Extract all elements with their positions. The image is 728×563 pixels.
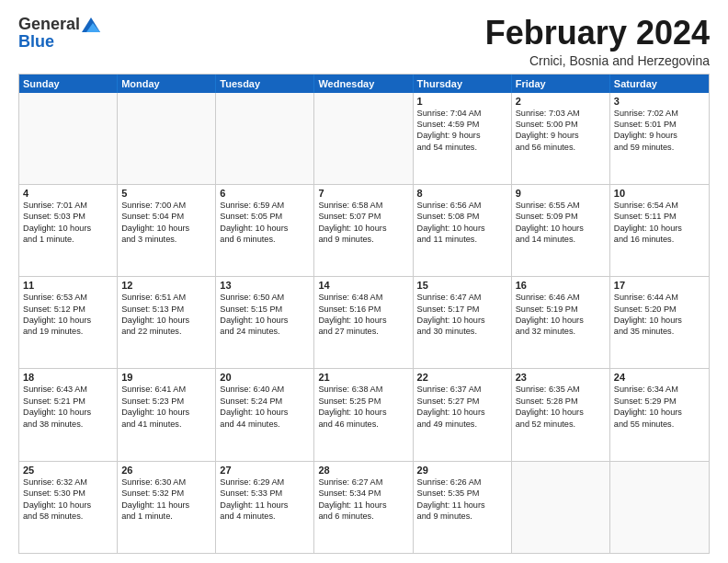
calendar-cell: 2Sunrise: 7:03 AMSunset: 5:00 PMDaylight…	[512, 93, 610, 184]
cell-line: and 9 minutes.	[318, 234, 408, 245]
calendar-cell: 22Sunrise: 6:37 AMSunset: 5:27 PMDayligh…	[414, 369, 512, 460]
weekday-header: Saturday	[610, 75, 709, 93]
cell-line: Daylight: 10 hours	[516, 315, 606, 326]
cell-line: Sunrise: 6:51 AM	[121, 292, 211, 303]
cell-line: Sunrise: 6:54 AM	[614, 200, 705, 211]
day-number: 25	[23, 465, 113, 476]
cell-line: Sunrise: 6:50 AM	[220, 292, 310, 303]
cell-line: Sunrise: 6:41 AM	[121, 384, 211, 395]
cell-line: Sunrise: 6:29 AM	[220, 477, 310, 488]
calendar-cell: 28Sunrise: 6:27 AMSunset: 5:34 PMDayligh…	[314, 462, 413, 553]
cell-line: Sunset: 5:23 PM	[121, 396, 211, 407]
cell-line: Sunset: 5:34 PM	[318, 488, 408, 499]
cell-line: Daylight: 10 hours	[23, 315, 113, 326]
day-number: 27	[220, 465, 310, 476]
cell-line: Daylight: 11 hours	[121, 500, 211, 511]
cell-line: and 11 minutes.	[417, 234, 507, 245]
cell-line: and 54 minutes.	[417, 142, 507, 153]
calendar-header: SundayMondayTuesdayWednesdayThursdayFrid…	[19, 75, 709, 93]
cell-line: Daylight: 10 hours	[516, 223, 606, 234]
cell-line: Sunset: 4:59 PM	[417, 119, 507, 130]
day-number: 5	[121, 188, 211, 199]
cell-line: Sunrise: 6:27 AM	[318, 477, 408, 488]
cell-line: Sunrise: 7:03 AM	[516, 108, 606, 119]
calendar-cell: 19Sunrise: 6:41 AMSunset: 5:23 PMDayligh…	[118, 369, 216, 460]
cell-line: Sunset: 5:21 PM	[23, 396, 113, 407]
calendar-cell: 3Sunrise: 7:02 AMSunset: 5:01 PMDaylight…	[610, 93, 709, 184]
calendar-cell: 16Sunrise: 6:46 AMSunset: 5:19 PMDayligh…	[512, 277, 610, 368]
cell-line: and 56 minutes.	[516, 142, 606, 153]
cell-line: Sunrise: 6:58 AM	[318, 200, 408, 211]
cell-line: Sunrise: 6:37 AM	[417, 384, 507, 395]
header: General Blue February 2024 Crnici, Bosni…	[18, 15, 710, 68]
cell-line: and 27 minutes.	[318, 326, 408, 337]
day-number: 17	[614, 280, 705, 291]
cell-line: and 6 minutes.	[318, 511, 408, 522]
cell-line: Daylight: 9 hours	[417, 130, 507, 141]
cell-line: Sunset: 5:05 PM	[220, 211, 310, 222]
day-number: 20	[220, 372, 310, 383]
day-number: 12	[121, 280, 211, 291]
calendar-cell: 23Sunrise: 6:35 AMSunset: 5:28 PMDayligh…	[512, 369, 610, 460]
cell-line: Daylight: 9 hours	[516, 130, 606, 141]
weekday-header: Wednesday	[314, 75, 413, 93]
weekday-header: Tuesday	[216, 75, 314, 93]
cell-line: Sunrise: 7:04 AM	[417, 108, 507, 119]
cell-line: and 30 minutes.	[417, 326, 507, 337]
calendar-cell: 8Sunrise: 6:56 AMSunset: 5:08 PMDaylight…	[414, 185, 512, 276]
cell-line: and 49 minutes.	[417, 419, 507, 430]
cell-line: Sunrise: 6:34 AM	[614, 384, 705, 395]
day-number: 3	[614, 96, 705, 107]
cell-line: Sunrise: 6:35 AM	[516, 384, 606, 395]
cell-line: Sunrise: 6:38 AM	[318, 384, 408, 395]
cell-line: and 3 minutes.	[121, 234, 211, 245]
logo-blue-text: Blue	[18, 32, 54, 52]
cell-line: Sunset: 5:00 PM	[516, 119, 606, 130]
cell-line: Sunrise: 6:44 AM	[614, 292, 705, 303]
cell-line: Sunset: 5:08 PM	[417, 211, 507, 222]
calendar-row: 18Sunrise: 6:43 AMSunset: 5:21 PMDayligh…	[19, 368, 709, 460]
calendar-cell	[610, 462, 709, 553]
cell-line: Sunset: 5:07 PM	[318, 211, 408, 222]
calendar-cell	[216, 93, 314, 184]
day-number: 18	[23, 372, 113, 383]
weekday-header: Friday	[512, 75, 610, 93]
day-number: 4	[23, 188, 113, 199]
cell-line: Daylight: 10 hours	[121, 223, 211, 234]
cell-line: Sunset: 5:28 PM	[516, 396, 606, 407]
cell-line: Daylight: 11 hours	[220, 500, 310, 511]
cell-line: Sunset: 5:13 PM	[121, 304, 211, 315]
cell-line: and 14 minutes.	[516, 234, 606, 245]
calendar-cell: 1Sunrise: 7:04 AMSunset: 4:59 PMDaylight…	[414, 93, 512, 184]
cell-line: Daylight: 10 hours	[220, 315, 310, 326]
calendar-body: 1Sunrise: 7:04 AMSunset: 4:59 PMDaylight…	[19, 93, 709, 553]
cell-line: and 19 minutes.	[23, 326, 113, 337]
calendar-cell: 20Sunrise: 6:40 AMSunset: 5:24 PMDayligh…	[216, 369, 314, 460]
cell-line: Daylight: 10 hours	[417, 223, 507, 234]
cell-line: and 38 minutes.	[23, 419, 113, 430]
weekday-header: Sunday	[19, 75, 118, 93]
logo: General Blue	[18, 15, 100, 52]
cell-line: Sunset: 5:19 PM	[516, 304, 606, 315]
cell-line: Sunrise: 6:47 AM	[417, 292, 507, 303]
cell-line: Sunset: 5:29 PM	[614, 396, 705, 407]
cell-line: Sunset: 5:01 PM	[614, 119, 705, 130]
cell-line: Sunrise: 6:56 AM	[417, 200, 507, 211]
cell-line: Sunset: 5:33 PM	[220, 488, 310, 499]
cell-line: and 32 minutes.	[516, 326, 606, 337]
cell-line: Daylight: 10 hours	[318, 407, 408, 418]
day-number: 7	[318, 188, 408, 199]
day-number: 24	[614, 372, 705, 383]
cell-line: Daylight: 9 hours	[614, 130, 705, 141]
cell-line: Daylight: 10 hours	[516, 407, 606, 418]
cell-line: Daylight: 10 hours	[23, 500, 113, 511]
day-number: 15	[417, 280, 507, 291]
cell-line: and 41 minutes.	[121, 419, 211, 430]
cell-line: and 6 minutes.	[220, 234, 310, 245]
cell-line: Daylight: 10 hours	[318, 315, 408, 326]
calendar-cell: 11Sunrise: 6:53 AMSunset: 5:12 PMDayligh…	[19, 277, 118, 368]
cell-line: Sunset: 5:27 PM	[417, 396, 507, 407]
cell-line: and 35 minutes.	[614, 326, 705, 337]
cell-line: and 24 minutes.	[220, 326, 310, 337]
day-number: 26	[121, 465, 211, 476]
